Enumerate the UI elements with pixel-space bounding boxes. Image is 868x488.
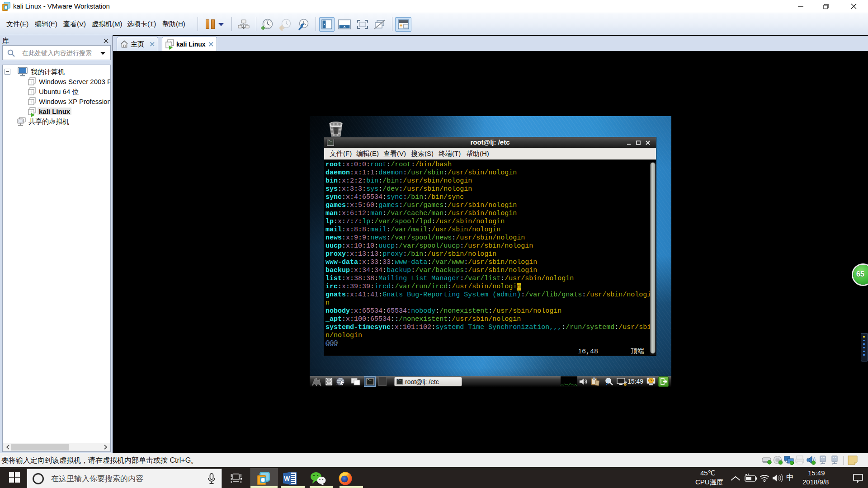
svg-text:W: W [284, 475, 290, 482]
